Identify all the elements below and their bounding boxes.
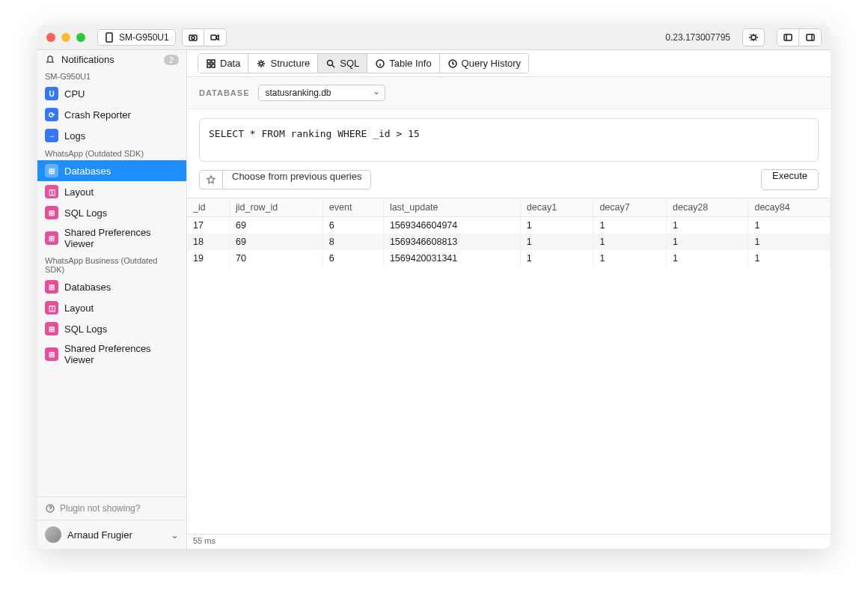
sql-input[interactable]: SELECT * FROM ranking WHERE _id > 15 (199, 118, 819, 162)
table-cell: 1 (593, 217, 667, 234)
sidebar-item-shared-preferences-viewer[interactable]: ⊞Shared Preferences Viewer (37, 339, 186, 369)
sidebar-group-label: WhatsApp (Outdated SDK) (37, 146, 186, 160)
minimize-icon[interactable] (61, 33, 70, 42)
database-select[interactable]: statusranking.db (258, 85, 385, 101)
sql-logs-icon: ⊞ (45, 322, 58, 335)
sidebar-item-layout[interactable]: ◫Layout (37, 181, 186, 202)
layout-icon: ◫ (45, 185, 58, 198)
svg-rect-7 (807, 34, 814, 40)
table-cell: 1 (593, 234, 667, 250)
avatar (45, 526, 61, 543)
tab-data[interactable]: Data (198, 54, 248, 73)
maximize-icon[interactable] (76, 33, 85, 42)
column-header[interactable]: decay1 (520, 198, 593, 217)
sidebar-item-crash-reporter[interactable]: ⟳Crash Reporter (37, 104, 186, 125)
sidebar-item-label: Databases (64, 165, 111, 177)
status-bar: 55 ms (187, 534, 831, 549)
window-controls (46, 33, 85, 42)
user-menu[interactable]: Arnaud Frugier ⌄ (37, 520, 186, 549)
svg-rect-12 (207, 64, 210, 67)
table-cell: 1 (748, 217, 831, 234)
table-row[interactable]: 1769615693466049741111 (187, 217, 831, 234)
column-header[interactable]: last_update (383, 198, 520, 217)
svg-rect-10 (207, 60, 210, 63)
table-cell: 69 (230, 217, 323, 234)
column-header[interactable]: decay28 (667, 198, 748, 217)
sidebar-left-button[interactable] (777, 28, 799, 46)
svg-point-4 (751, 35, 756, 40)
table-cell: 1 (667, 234, 748, 250)
tab-sql[interactable]: SQL (318, 54, 367, 73)
version-label: 0.23.173007795 (665, 32, 730, 43)
favorite-button[interactable] (199, 170, 223, 189)
table-cell: 8 (323, 234, 383, 250)
sidebar-item-label: Shared Preferences Viewer (64, 227, 179, 249)
layout-icon: ◫ (45, 301, 58, 314)
tab-table-info[interactable]: Table Info (367, 54, 439, 73)
cpu-icon: U (45, 87, 58, 100)
sidebar-item-databases[interactable]: ⊞Databases (37, 276, 186, 297)
close-icon[interactable] (46, 33, 55, 42)
user-name: Arnaud Frugier (67, 529, 132, 541)
sidebar-left-icon (783, 32, 793, 43)
sidebar-item-logs[interactable]: →Logs (37, 125, 186, 146)
table-row[interactable]: 1970615694200313411111 (187, 250, 831, 267)
tab-query-history[interactable]: Query History (440, 54, 528, 73)
table-cell: 6 (323, 217, 383, 234)
sidebar-notifications[interactable]: Notifications 2 (37, 50, 186, 69)
table-cell: 1569420031341 (383, 250, 520, 267)
table-cell: 1 (520, 250, 593, 267)
sidebar-item-sql-logs[interactable]: ⊞SQL Logs (37, 318, 186, 339)
crash-reporter-icon: ⟳ (45, 108, 58, 121)
sidebar-item-cpu[interactable]: UCPU (37, 83, 186, 104)
help-icon (45, 503, 55, 514)
titlebar: SM-G950U1 0.23.173007795 (37, 25, 831, 50)
table-cell: 1 (667, 217, 748, 234)
table-cell: 1569346604974 (383, 217, 520, 234)
tabbar: Data Structure SQL Table Info (187, 50, 831, 77)
video-button[interactable] (204, 28, 227, 46)
sidebar-item-label: Shared Preferences Viewer (64, 343, 179, 365)
table-cell: 1 (520, 234, 593, 250)
plugin-help[interactable]: Plugin not showing? (37, 497, 186, 520)
gear-icon (256, 58, 266, 69)
previous-queries-button[interactable]: Choose from previous queries (223, 170, 371, 189)
column-header[interactable]: _id (187, 198, 230, 217)
sidebar-item-databases[interactable]: ⊞Databases (37, 160, 186, 181)
database-label: DATABASE (199, 88, 249, 97)
column-header[interactable]: decay7 (593, 198, 667, 217)
sidebar-item-label: SQL Logs (64, 323, 107, 335)
device-selector[interactable]: SM-G950U1 (97, 29, 176, 46)
execute-button[interactable]: Execute (761, 169, 819, 190)
tab-structure[interactable]: Structure (248, 54, 318, 73)
bug-button[interactable] (742, 28, 765, 46)
column-header[interactable]: decay84 (748, 198, 831, 217)
svg-rect-11 (212, 60, 215, 63)
table-cell: 1 (593, 250, 667, 267)
table-cell: 6 (323, 250, 383, 267)
results-table: _idjid_row_ideventlast_updatedecay1decay… (187, 198, 831, 534)
column-header[interactable]: event (323, 198, 383, 217)
help-label: Plugin not showing? (60, 503, 140, 514)
sidebar-group-label: WhatsApp Business (Outdated SDK) (37, 253, 186, 276)
table-cell: 1 (748, 250, 831, 267)
sidebar-item-label: SQL Logs (64, 207, 107, 219)
search-icon (326, 58, 336, 69)
shared-preferences-viewer-icon: ⊞ (45, 231, 58, 245)
video-icon (210, 32, 220, 43)
table-cell: 1 (748, 234, 831, 250)
sidebar-item-shared-preferences-viewer[interactable]: ⊞Shared Preferences Viewer (37, 223, 186, 253)
column-header[interactable]: jid_row_id (230, 198, 323, 217)
databases-icon: ⊞ (45, 164, 58, 177)
sidebar-item-sql-logs[interactable]: ⊞SQL Logs (37, 202, 186, 223)
table-cell: 1569346608813 (383, 234, 520, 250)
info-icon (375, 58, 385, 69)
sidebar-right-button[interactable] (799, 28, 822, 46)
svg-point-2 (192, 36, 195, 39)
camera-button[interactable] (182, 28, 204, 46)
table-row[interactable]: 1869815693466088131111 (187, 234, 831, 250)
svg-rect-5 (784, 34, 792, 40)
logs-icon: → (45, 129, 58, 142)
sidebar-item-layout[interactable]: ◫Layout (37, 297, 186, 318)
table-cell: 1 (520, 217, 593, 234)
